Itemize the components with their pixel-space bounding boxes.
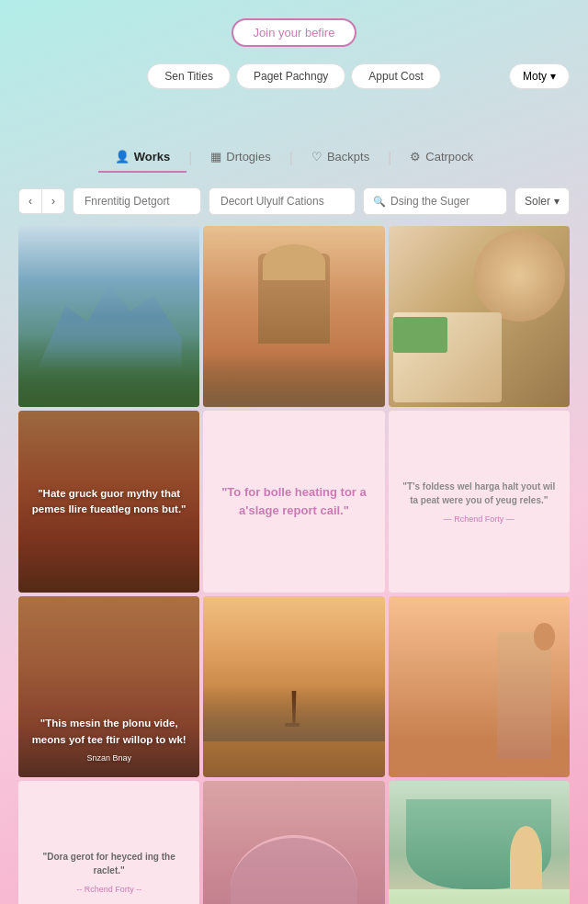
cell-5-overlay: "To for bolle heating tor a a'slage repo… bbox=[203, 411, 384, 592]
sort-label: Soler bbox=[525, 195, 550, 208]
header: Join your bеfire bbox=[0, 0, 588, 56]
grid-cell-6[interactable]: "T's foldess wel harga halt yout wil ta … bbox=[389, 411, 570, 592]
cell-11-overlay: "Prayer is to that Bking or Trng Paulogy… bbox=[203, 781, 384, 904]
tab-backpts[interactable]: ♡ Backpts bbox=[295, 142, 386, 173]
cell-10-author: -- Rchend Forty -- bbox=[76, 885, 141, 894]
grid-cell-10[interactable]: "Dora gerot for heyced ing the raclet." … bbox=[18, 781, 199, 904]
nav-sen-tities[interactable]: Sen Tities bbox=[147, 63, 231, 89]
chevron-down-icon: ▾ bbox=[550, 70, 556, 83]
back-arrow-button[interactable]: ‹ bbox=[19, 189, 41, 213]
toolbar-input-2[interactable] bbox=[209, 187, 356, 215]
toolbar: ‹ › 🔍 Soler ▾ bbox=[0, 187, 588, 226]
tab-backpts-label: Backpts bbox=[327, 150, 369, 164]
gear-icon: ⚙ bbox=[410, 150, 421, 164]
cell-4-overlay: "Hate gruck guor mythy that pemes llire … bbox=[18, 411, 199, 592]
cell-6-overlay: "T's foldess wel harga halt yout wil ta … bbox=[389, 411, 570, 592]
grid-cell-11[interactable]: "Prayer is to that Bking or Trng Paulogy… bbox=[203, 781, 384, 904]
grid-cell-2[interactable] bbox=[203, 226, 384, 407]
grid-cell-1[interactable] bbox=[18, 226, 199, 407]
search-icon: 🔍 bbox=[373, 196, 386, 208]
grid-cell-12[interactable] bbox=[389, 781, 570, 904]
cell-10-overlay: "Dora gerot for heyced ing the raclet." … bbox=[18, 781, 199, 904]
tab-works-label: Works bbox=[134, 150, 171, 164]
tabs-row: 👤 Works | ▦ Drtogies | ♡ Backpts | ⚙ Cat… bbox=[0, 96, 588, 187]
tab-catrpock-label: Catrpock bbox=[425, 150, 473, 164]
nav-paget-pachngy[interactable]: Paget Pachngy bbox=[236, 63, 345, 89]
cell-7-author: Snzan Bnay bbox=[86, 753, 131, 763]
cell-6-quote: "T's foldess wel harga halt yout wil ta … bbox=[401, 480, 557, 507]
tab-works[interactable]: 👤 Works bbox=[98, 142, 187, 173]
person-icon: 👤 bbox=[115, 150, 130, 164]
main-nav: Sen Tities Paget Pachngy Apput Cost Moty… bbox=[0, 56, 588, 96]
grid-cell-3[interactable] bbox=[389, 226, 570, 407]
tab-divider-3: | bbox=[386, 150, 393, 166]
sort-dropdown[interactable]: Soler ▾ bbox=[514, 187, 570, 215]
tab-catrpock[interactable]: ⚙ Catrpock bbox=[393, 142, 490, 173]
grid-cell-8[interactable] bbox=[203, 596, 384, 777]
cell-4-quote: "Hate gruck guor mythy that pemes llire … bbox=[31, 486, 187, 518]
cell-5-quote: "To for bolle heating tor a a'slage repo… bbox=[216, 483, 371, 519]
tab-divider-2: | bbox=[288, 150, 295, 166]
search-wrap: 🔍 bbox=[363, 187, 507, 215]
nav-arrows: ‹ › bbox=[18, 188, 65, 214]
forward-arrow-button[interactable]: › bbox=[41, 189, 64, 213]
grid-cell-7[interactable]: "This mesin the plonu vide, meons yof te… bbox=[18, 596, 199, 777]
cell-10-quote: "Dora gerot for heyced ing the raclet." bbox=[31, 850, 187, 877]
grid-icon: ▦ bbox=[210, 150, 221, 164]
join-button[interactable]: Join your bеfire bbox=[232, 18, 357, 47]
grid-cell-5[interactable]: "To for bolle heating tor a a'slage repo… bbox=[203, 411, 384, 592]
toolbar-input-1[interactable] bbox=[73, 187, 201, 215]
tab-drtogies[interactable]: ▦ Drtogies bbox=[194, 142, 287, 173]
cell-6-author: — Rchend Forty — bbox=[444, 514, 514, 524]
sort-chevron-icon: ▾ bbox=[554, 195, 560, 208]
grid-cell-9[interactable] bbox=[389, 596, 570, 777]
nav-moty-label: Moty bbox=[523, 70, 547, 83]
search-input[interactable] bbox=[390, 195, 497, 208]
heart-icon: ♡ bbox=[311, 150, 322, 164]
cell-7-quote: "This mesin the plonu vide, meons yof te… bbox=[31, 716, 187, 748]
tab-divider-1: | bbox=[187, 150, 194, 166]
nav-apput-cost[interactable]: Apput Cost bbox=[351, 63, 440, 89]
tab-drtogies-label: Drtogies bbox=[226, 150, 270, 164]
nav-moty-dropdown[interactable]: Moty ▾ bbox=[509, 63, 570, 89]
image-grid: "Hate gruck guor mythy that pemes llire … bbox=[0, 226, 588, 904]
cell-7-overlay: "This mesin the plonu vide, meons yof te… bbox=[18, 596, 199, 777]
grid-cell-4[interactable]: "Hate gruck guor mythy that pemes llire … bbox=[18, 411, 199, 592]
